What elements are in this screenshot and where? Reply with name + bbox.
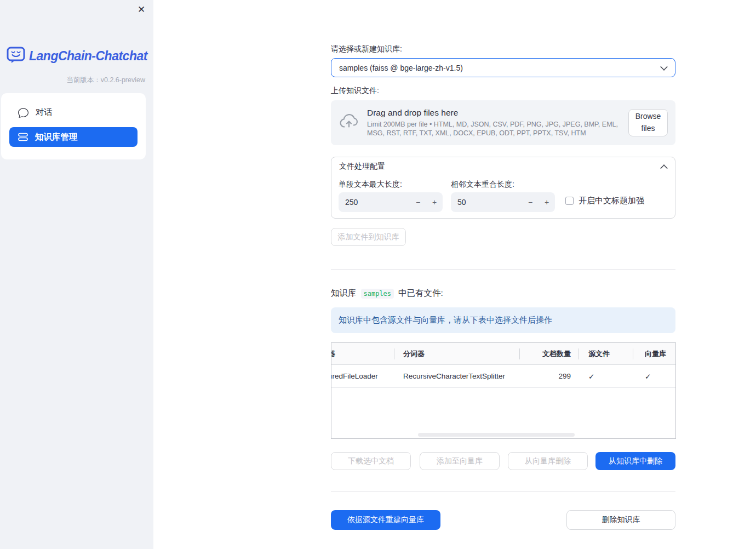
delete-kb-button[interactable]: 删除知识库 bbox=[566, 510, 675, 530]
expander-title: 文件处理配置 bbox=[339, 162, 385, 171]
kb-files-table[interactable]: 器 分词器 文档数量 源文件 向量库 uredFileLoader Recurs… bbox=[331, 342, 676, 439]
delete-from-kb-button[interactable]: 从知识库中删除 bbox=[595, 452, 675, 470]
checkbox[interactable] bbox=[565, 197, 574, 205]
info-banner-text: 知识库中包含源文件与向量库，请从下表中选择文件后操作 bbox=[339, 315, 552, 325]
browse-files-button[interactable]: Browse files bbox=[628, 109, 668, 136]
col-doc-count-header[interactable]: 文档数量 bbox=[519, 343, 579, 364]
plus-button[interactable]: + bbox=[426, 192, 443, 212]
cell-splitter: RecursiveCharacterTextSplitter bbox=[394, 365, 519, 387]
delete-from-vector-store-button[interactable]: 从向量库删除 bbox=[508, 452, 588, 470]
expander-header[interactable]: 文件处理配置 bbox=[331, 157, 675, 176]
kb-files-prefix: 知识库 bbox=[331, 288, 357, 299]
sidebar-item-knowledge-base[interactable]: 知识库管理 bbox=[9, 127, 138, 147]
minus-button[interactable]: − bbox=[410, 192, 426, 212]
file-config-expander: 文件处理配置 单段文本最大长度: 相邻文本重合长度: 250 − + 50 − … bbox=[331, 157, 675, 219]
plus-button[interactable]: + bbox=[539, 192, 555, 212]
sidebar-item-dialogue[interactable]: 对话 bbox=[9, 103, 138, 122]
list-stack-icon bbox=[18, 133, 28, 141]
chevron-down-icon bbox=[660, 63, 668, 71]
sidebar: ✕ LangChain-Chatchat 当前版本：v0.2.6-preview… bbox=[0, 0, 153, 549]
zh-title-checkbox-row[interactable]: 开启中文标题加强 bbox=[565, 196, 644, 206]
overlap-size-value[interactable]: 50 bbox=[451, 198, 522, 207]
close-icon[interactable]: ✕ bbox=[135, 3, 148, 16]
col-vector-store-header[interactable]: 向量库 bbox=[633, 343, 675, 364]
cloud-upload-icon bbox=[339, 113, 359, 133]
sidebar-item-label: 知识库管理 bbox=[35, 131, 78, 143]
download-selected-button[interactable]: 下载选中文档 bbox=[331, 452, 411, 470]
chunk-size-label: 单段文本最大长度: bbox=[339, 180, 402, 190]
dropzone-limit-text: Limit 200MB per file • HTML, MD, JSON, C… bbox=[367, 120, 628, 138]
col-source-file-header[interactable]: 源文件 bbox=[579, 343, 633, 364]
col-loader-header[interactable]: 器 bbox=[331, 343, 394, 364]
kb-name-code: samples bbox=[361, 289, 394, 299]
checkbox-label: 开启中文标题加强 bbox=[579, 196, 644, 206]
minus-button[interactable]: − bbox=[522, 192, 539, 212]
divider bbox=[331, 269, 675, 270]
app-title: LangChain-Chatchat bbox=[29, 49, 147, 64]
divider bbox=[331, 491, 675, 492]
overlap-size-input[interactable]: 50 − + bbox=[451, 192, 555, 212]
app-logo: LangChain-Chatchat bbox=[7, 47, 147, 66]
sidebar-item-label: 对话 bbox=[36, 107, 53, 118]
kb-files-heading: 知识库 samples 中已有文件: bbox=[331, 288, 443, 299]
rebuild-vector-store-button[interactable]: 依据源文件重建向量库 bbox=[331, 510, 440, 530]
cell-doc-count: 299 bbox=[519, 365, 579, 387]
kb-select-label: 请选择或新建知识库: bbox=[331, 44, 402, 54]
chunk-size-value[interactable]: 250 bbox=[339, 198, 410, 207]
upload-label: 上传知识文件: bbox=[331, 86, 379, 96]
cell-loader: uredFileLoader bbox=[331, 365, 394, 387]
kb-files-suffix: 中已有文件: bbox=[398, 288, 443, 299]
kb-select-value: samples (faiss @ bge-large-zh-v1.5) bbox=[339, 64, 661, 72]
add-to-vector-store-button[interactable]: 添加至向量库 bbox=[420, 452, 500, 470]
table-header-row: 器 分词器 文档数量 源文件 向量库 bbox=[331, 343, 675, 365]
overlap-size-label: 相邻文本重合长度: bbox=[451, 180, 514, 190]
sidebar-menu: 对话 知识库管理 bbox=[1, 93, 146, 159]
dropzone-title: Drag and drop files here bbox=[367, 108, 628, 118]
chat-bubble-icon bbox=[18, 107, 28, 118]
chevron-up-icon bbox=[660, 164, 668, 172]
kb-select[interactable]: samples (faiss @ bge-large-zh-v1.5) bbox=[331, 58, 675, 77]
table-row[interactable]: uredFileLoader RecursiveCharacterTextSpl… bbox=[331, 365, 675, 388]
cell-vector-store-check: ✓ bbox=[633, 365, 675, 387]
col-splitter-header[interactable]: 分词器 bbox=[394, 343, 519, 364]
cell-source-file-check: ✓ bbox=[579, 365, 633, 387]
chatchat-logo-icon bbox=[7, 47, 25, 66]
add-files-to-kb-button[interactable]: 添加文件到知识库 bbox=[331, 228, 406, 246]
chunk-size-input[interactable]: 250 − + bbox=[339, 192, 443, 212]
version-text: 当前版本：v0.2.6-preview bbox=[66, 76, 145, 85]
info-banner: 知识库中包含源文件与向量库，请从下表中选择文件后操作 bbox=[331, 307, 675, 333]
file-dropzone[interactable]: Drag and drop files here Limit 200MB per… bbox=[331, 100, 675, 145]
horizontal-scrollbar[interactable] bbox=[418, 433, 575, 437]
